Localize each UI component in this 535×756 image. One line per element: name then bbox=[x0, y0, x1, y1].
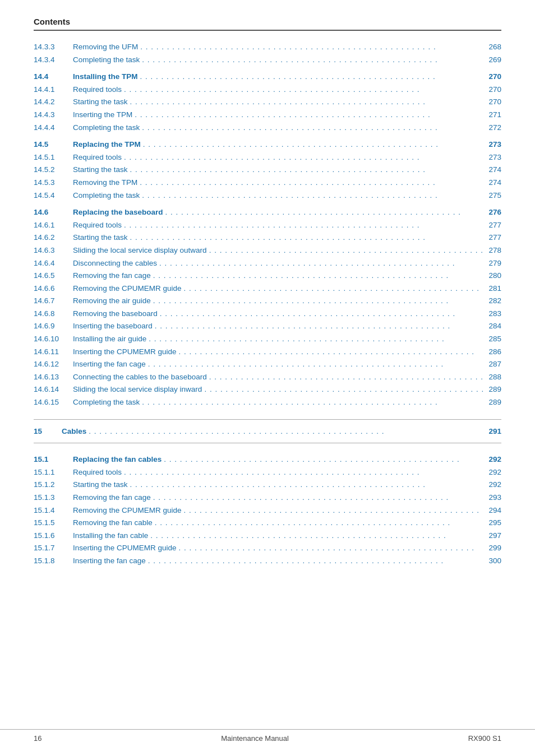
toc-row: 14.6.11Inserting the CPUMEMR guide . . .… bbox=[34, 346, 501, 358]
section-number: 14.6.13 bbox=[34, 371, 73, 383]
page-number: 300 bbox=[483, 555, 501, 567]
page-number: 289 bbox=[483, 396, 501, 409]
toc-row: 14.6.8Removing the baseboard . . . . . .… bbox=[34, 308, 501, 320]
toc-row: 14.6.4Disconnecting the cables . . . . .… bbox=[34, 257, 501, 270]
page-number: 297 bbox=[483, 530, 501, 542]
section-title: Removing the CPUMEMR guide bbox=[73, 282, 182, 295]
dot-leader: . . . . . . . . . . . . . . . . . . . . … bbox=[140, 54, 483, 66]
page-number: 292 bbox=[483, 466, 501, 479]
section-number: 14.6.14 bbox=[34, 383, 73, 396]
toc-row: 14.6.3Sliding the local service display … bbox=[34, 244, 501, 257]
page-number: 294 bbox=[483, 504, 501, 517]
section-title: Installing the fan cable bbox=[73, 530, 148, 542]
toc-row: 14.6.6Removing the CPUMEMR guide . . . .… bbox=[34, 282, 501, 295]
section-title: Installing the air guide bbox=[73, 333, 146, 345]
page-number: 270 bbox=[483, 84, 501, 96]
section-number: 14.6.9 bbox=[34, 320, 73, 332]
toc-spacer bbox=[34, 449, 501, 453]
page-number: 281 bbox=[483, 282, 501, 295]
toc-row: 15.1.8Inserting the fan cage . . . . . .… bbox=[34, 555, 501, 567]
page-number: 268 bbox=[483, 41, 501, 53]
footer-left: 16 bbox=[34, 734, 41, 743]
dot-leader: . . . . . . . . . . . . . . . . . . . . … bbox=[146, 358, 483, 370]
toc-row: 14.5.2Starting the task . . . . . . . . … bbox=[34, 164, 501, 176]
dot-leader: . . . . . . . . . . . . . . . . . . . . … bbox=[122, 84, 483, 96]
dot-leader: . . . . . . . . . . . . . . . . . . . . … bbox=[151, 270, 483, 282]
section-title: Removing the fan cage bbox=[73, 270, 151, 282]
section-number: 15.1.1 bbox=[34, 466, 73, 479]
section-number: 14.6.6 bbox=[34, 282, 73, 295]
dot-leader: . . . . . . . . . . . . . . . . . . . . … bbox=[128, 96, 483, 108]
section-title: Inserting the fan cage bbox=[73, 555, 146, 567]
page-number: 283 bbox=[483, 308, 501, 320]
page-number: 276 bbox=[483, 206, 501, 219]
page-number: 273 bbox=[483, 138, 501, 151]
section-title: Starting the task bbox=[73, 164, 128, 176]
toc-spacer bbox=[34, 202, 501, 206]
section-title: Removing the TPM bbox=[73, 177, 137, 189]
page-number: 295 bbox=[483, 517, 501, 529]
page-number: 288 bbox=[483, 371, 501, 383]
dot-leader: . . . . . . . . . . . . . . . . . . . . … bbox=[202, 383, 483, 396]
toc-row: 14.5Replacing the TPM . . . . . . . . . … bbox=[34, 138, 501, 151]
section-number: 14.3.3 bbox=[34, 41, 73, 53]
footer-right: RX900 S1 bbox=[468, 734, 501, 743]
dot-leader: . . . . . . . . . . . . . . . . . . . . … bbox=[141, 138, 483, 151]
page-number: 289 bbox=[483, 383, 501, 396]
section-number: 14.5.2 bbox=[34, 164, 73, 176]
section-title: Starting the task bbox=[73, 96, 128, 108]
page-number: 287 bbox=[483, 358, 501, 370]
toc-row: 14.6.13Connecting the cables to the base… bbox=[34, 371, 501, 383]
dot-leader: . . . . . . . . . . . . . . . . . . . . … bbox=[146, 333, 483, 345]
dot-leader: . . . . . . . . . . . . . . . . . . . . … bbox=[137, 177, 483, 189]
dot-leader: . . . . . . . . . . . . . . . . . . . . … bbox=[207, 371, 483, 383]
toc-row: 14.6.15Completing the task . . . . . . .… bbox=[34, 396, 501, 409]
dot-leader: . . . . . . . . . . . . . . . . . . . . … bbox=[153, 517, 483, 529]
section-title: Removing the UFM bbox=[73, 41, 138, 53]
toc-row: 14.5.3Removing the TPM . . . . . . . . .… bbox=[34, 177, 501, 189]
toc-row: 14.6.7Removing the air guide . . . . . .… bbox=[34, 295, 501, 307]
dot-leader: . . . . . . . . . . . . . . . . . . . . … bbox=[132, 109, 483, 121]
section-number: 14.6.8 bbox=[34, 308, 73, 320]
section-title: Replacing the TPM bbox=[73, 138, 141, 151]
section-title: Required tools bbox=[73, 466, 122, 479]
page-footer: 16 Maintenance Manual RX900 S1 bbox=[0, 729, 535, 743]
toc-spacer bbox=[34, 66, 501, 71]
page-number: 269 bbox=[483, 54, 501, 66]
dot-leader: . . . . . . . . . . . . . . . . . . . . … bbox=[138, 71, 483, 83]
dot-leader: . . . . . . . . . . . . . . . . . . . . … bbox=[162, 453, 483, 466]
section-title: Inserting the CPUMEMR guide bbox=[73, 346, 177, 358]
section-number: 15.1.4 bbox=[34, 504, 73, 517]
toc-row: 14.6.2Starting the task . . . . . . . . … bbox=[34, 231, 501, 244]
section-number: 14.6.11 bbox=[34, 346, 73, 358]
toc-row: 15.1.2Starting the task . . . . . . . . … bbox=[34, 479, 501, 491]
page-number: 274 bbox=[483, 177, 501, 189]
section-title: Installing the TPM bbox=[73, 71, 138, 83]
dot-leader: . . . . . . . . . . . . . . . . . . . . … bbox=[177, 346, 483, 358]
section-title: Removing the fan cable bbox=[73, 517, 153, 529]
toc-row: 14.4.2Starting the task . . . . . . . . … bbox=[34, 96, 501, 108]
toc-row: 14.3.4Completing the task . . . . . . . … bbox=[34, 54, 501, 66]
section-title: Sliding the local service display outwar… bbox=[73, 244, 207, 257]
section-title: Inserting the CPUMEMR guide bbox=[73, 542, 177, 554]
section-title: Starting the task bbox=[73, 231, 128, 244]
section-number: 15 bbox=[34, 425, 62, 438]
footer-center: Maintenance Manual bbox=[221, 734, 289, 743]
section-number: 14.6.1 bbox=[34, 219, 73, 231]
section-number: 14.3.4 bbox=[34, 54, 73, 66]
toc-content: 14.3.3Removing the UFM . . . . . . . . .… bbox=[34, 41, 501, 567]
section-number: 14.6.12 bbox=[34, 358, 73, 370]
dot-leader: . . . . . . . . . . . . . . . . . . . . … bbox=[163, 206, 483, 219]
toc-row: 15.1.4Removing the CPUMEMR guide . . . .… bbox=[34, 504, 501, 517]
section-title: Removing the air guide bbox=[73, 295, 151, 307]
toc-row: 14.5.1Required tools . . . . . . . . . .… bbox=[34, 151, 501, 164]
section-number: 14.4.3 bbox=[34, 109, 73, 121]
toc-row: 14.3.3Removing the UFM . . . . . . . . .… bbox=[34, 41, 501, 53]
toc-row: 14.6.14Sliding the local service display… bbox=[34, 383, 501, 396]
section-title: Completing the task bbox=[73, 122, 140, 134]
section-number: 14.4.1 bbox=[34, 84, 73, 96]
toc-row: 14.4.3Inserting the TPM . . . . . . . . … bbox=[34, 109, 501, 121]
chapter-separator bbox=[34, 443, 501, 443]
section-number: 15.1.7 bbox=[34, 542, 73, 554]
section-title: Inserting the baseboard bbox=[73, 320, 153, 332]
